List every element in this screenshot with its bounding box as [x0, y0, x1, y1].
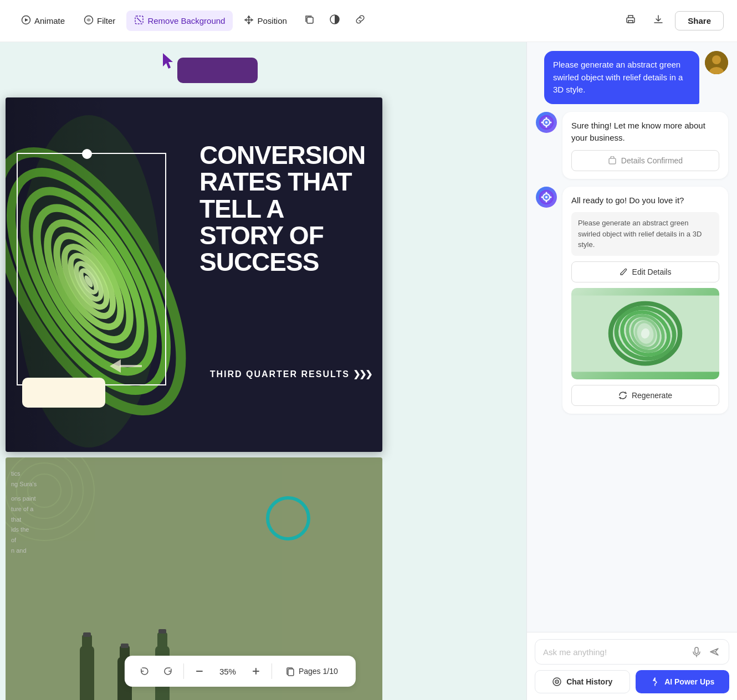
remove-bg-icon — [134, 15, 144, 27]
link-icon — [355, 14, 366, 28]
zoom-level: 35% — [213, 665, 243, 678]
pages-label: Pages 1/10 — [299, 667, 338, 676]
card-subtitle: THIRD QUARTER RESULTS ❯❯❯ — [210, 369, 371, 379]
svg-rect-5 — [307, 17, 313, 23]
ai-avatar-1 — [536, 112, 557, 133]
bottle-1 — [72, 629, 102, 700]
copy-button[interactable] — [298, 10, 320, 32]
contrast-button[interactable] — [324, 10, 346, 32]
link-button[interactable] — [349, 10, 371, 32]
svg-rect-34 — [121, 644, 129, 648]
send-button[interactable] — [708, 645, 721, 658]
toolbar-divider-2 — [272, 663, 272, 679]
svg-point-50 — [546, 117, 547, 119]
svg-point-61 — [550, 196, 552, 198]
svg-point-59 — [546, 200, 547, 202]
user-message-text: Please generate an abstract green swirle… — [553, 60, 683, 94]
zoom-out-button[interactable] — [190, 661, 209, 681]
svg-rect-36 — [157, 632, 167, 648]
svg-marker-23 — [110, 359, 121, 373]
details-confirmed-label: Details Confirmed — [621, 156, 683, 165]
slide-2-line3: ons paint — [11, 493, 37, 504]
share-label: Share — [688, 16, 711, 25]
quote-text: Please generate an abstract green swirle… — [578, 219, 702, 249]
toolbar-left-group: Animate Filter Remove Background — [13, 10, 615, 32]
slide-2-line8: n and — [11, 545, 37, 556]
svg-point-45 — [712, 55, 721, 64]
svg-rect-71 — [695, 647, 698, 653]
mic-button[interactable] — [690, 645, 703, 658]
swirl-preview-svg — [571, 288, 719, 379]
svg-rect-8 — [628, 20, 633, 23]
slide-2-line2: ng Sura's — [11, 479, 37, 490]
ai-message-2: All ready to go! Do you love it? Please … — [536, 187, 728, 414]
slide-2-line7: of — [11, 535, 37, 545]
slide-2-line5: that — [11, 514, 37, 525]
chat-action-row: Chat History AI Power Ups — [535, 670, 729, 693]
chat-input-field[interactable] — [543, 647, 685, 657]
chat-history-button[interactable]: Chat History — [535, 670, 630, 693]
details-confirmed-button[interactable]: Details Confirmed — [571, 150, 719, 171]
filter-label: Filter — [97, 16, 115, 25]
edit-details-button[interactable]: Edit Details — [571, 261, 719, 282]
print-button[interactable] — [620, 10, 642, 32]
regenerate-button[interactable]: Regenerate — [571, 385, 719, 406]
position-button[interactable]: Position — [236, 11, 294, 31]
share-button[interactable]: Share — [675, 11, 724, 30]
card-headline-text: CONVERSION RATES THAT TELL A STORY OF SU… — [199, 141, 365, 276]
svg-marker-9 — [163, 53, 173, 69]
design-card: CONVERSION RATES THAT TELL A STORY OF SU… — [6, 97, 382, 452]
teal-ring — [266, 496, 310, 541]
slide-2-text: tics ng Sura's ons paint ture of a that … — [11, 469, 37, 556]
svg-rect-54 — [609, 158, 616, 164]
filter-button[interactable]: Filter — [76, 11, 123, 31]
chat-input-row — [535, 639, 729, 665]
redo-button[interactable] — [158, 661, 178, 681]
pages-button[interactable]: Pages 1/10 — [278, 663, 346, 680]
ai-response-text-1: Sure thing! Let me know more about your … — [571, 120, 719, 145]
ai-generated-image — [571, 288, 719, 379]
toolbar-right-group: Share — [620, 10, 724, 32]
slide-2-line6: ids the — [11, 524, 37, 535]
quote-text-box: Please generate an abstract green swirle… — [571, 212, 719, 256]
user-message-1: Please generate an abstract green swirle… — [536, 51, 728, 104]
svg-rect-37 — [158, 629, 166, 634]
print-icon — [625, 13, 637, 28]
slide-2-line4: ture of a — [11, 504, 37, 514]
remove-bg-button[interactable]: Remove Background — [126, 11, 233, 31]
chevrons-icon: ❯❯❯ — [353, 369, 371, 379]
ai-avatar-2 — [536, 187, 557, 208]
svg-point-58 — [546, 192, 547, 193]
chat-panel: Please generate an abstract green swirle… — [526, 42, 737, 700]
chat-history-label: Chat History — [566, 677, 612, 686]
svg-point-75 — [556, 681, 557, 682]
animate-icon — [21, 15, 31, 27]
position-label: Position — [257, 16, 286, 25]
svg-point-57 — [545, 196, 547, 198]
canvas-area: CONVERSION RATES THAT TELL A STORY OF SU… — [0, 42, 526, 700]
cursor-arrow — [161, 51, 181, 73]
download-button[interactable] — [647, 10, 669, 32]
zoom-in-button[interactable] — [246, 661, 266, 681]
svg-point-49 — [545, 121, 547, 123]
svg-marker-1 — [25, 18, 28, 22]
ai-card-1: Sure thing! Let me know more about your … — [562, 112, 728, 179]
regenerate-label: Regenerate — [632, 391, 672, 400]
filter-icon — [84, 15, 94, 27]
svg-line-4 — [137, 18, 141, 22]
slide-2-line1: tics — [11, 469, 37, 479]
svg-rect-31 — [83, 632, 91, 637]
undo-button[interactable] — [135, 661, 155, 681]
svg-point-51 — [546, 126, 547, 127]
svg-rect-29 — [80, 646, 94, 700]
position-icon — [244, 15, 254, 27]
svg-rect-43 — [288, 669, 294, 676]
copy-icon — [304, 14, 315, 28]
ai-power-ups-button[interactable]: AI Power Ups — [636, 670, 730, 693]
animate-button[interactable]: Animate — [13, 11, 73, 31]
toolbar-divider-1 — [183, 663, 184, 679]
card-subtitle-text: THIRD QUARTER RESULTS — [210, 369, 350, 379]
svg-point-60 — [541, 196, 543, 198]
ai-power-ups-label: AI Power Ups — [664, 677, 714, 686]
remove-bg-label: Remove Background — [147, 16, 225, 25]
